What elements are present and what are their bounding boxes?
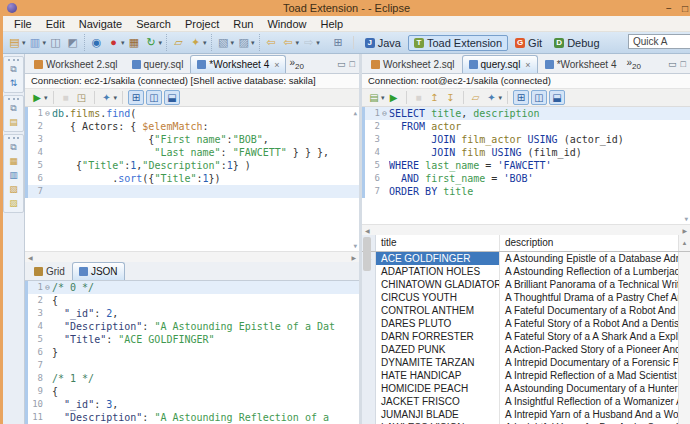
cell-description[interactable]: A Intrepid Reflection of a Mad Scientist… (500, 369, 678, 382)
execute-script-dropdown-icon[interactable]: ▾ (44, 94, 48, 102)
maximize-view-icon[interactable]: □ (681, 59, 686, 69)
cell-title[interactable]: DYNAMITE TARZAN (376, 356, 500, 369)
json-results-view[interactable]: ▲ 1⊖/* 0 */2{3 "_id": 2,4 "Description":… (25, 281, 359, 424)
refresh-icon[interactable]: ↻ (144, 35, 159, 50)
toggle-layout-icon[interactable]: ⬓ (164, 90, 180, 105)
grid-vscrollbar[interactable] (678, 291, 690, 304)
run-dropdown-icon[interactable]: ▾ (121, 39, 125, 47)
scroll-left-icon[interactable]: ◀ (28, 254, 33, 261)
open-perspective-icon[interactable]: ⊞ (331, 35, 346, 50)
scroll-right-icon[interactable]: ▶ (351, 254, 356, 261)
back-history-dropdown-icon[interactable]: ▾ (296, 39, 300, 47)
tab-querysql[interactable]: query.sql (125, 55, 191, 73)
cell-title[interactable]: HATE HANDICAP (376, 369, 500, 382)
restore-view-icon[interactable]: ⧉ (7, 141, 20, 154)
search-dropdown-icon[interactable]: ▾ (203, 39, 207, 47)
properties-view-icon[interactable]: ▨ (7, 197, 20, 210)
annotations-icon[interactable]: ▧ (216, 35, 231, 50)
restore-view-icon[interactable]: ⧉ (7, 63, 20, 76)
toggle-layout-icon[interactable]: ⬓ (549, 90, 565, 105)
cell-title[interactable]: DAZED PUNK (376, 343, 500, 356)
grid-vscrollbar[interactable] (678, 382, 690, 395)
forward-dropdown-icon[interactable]: ▾ (316, 39, 320, 47)
drag-handle-icon[interactable] (8, 59, 19, 61)
left-editor-hscrollbar[interactable]: ◀ ▶ (25, 251, 359, 262)
scroll-up-icon[interactable]: ▲ (678, 235, 690, 251)
drag-handle-icon[interactable] (8, 137, 19, 139)
perspective-debug[interactable]: DDebug (549, 36, 604, 50)
save-all-icon[interactable]: ◩ (65, 35, 80, 50)
new-file-dropdown-icon[interactable]: ▾ (22, 39, 26, 47)
scroll-right-icon[interactable]: ▶ (682, 227, 687, 234)
menu-edit[interactable]: Edit (39, 18, 72, 30)
open-resource-icon[interactable]: ▱ (171, 35, 186, 50)
back-history-icon[interactable]: ⇦ (281, 35, 296, 50)
tab-worksheet-2sql[interactable]: Worksheet 2.sql (364, 55, 462, 73)
project-explorer-icon[interactable]: ▦ (7, 155, 20, 168)
grid-vscrollbar[interactable] (678, 408, 690, 421)
restore-view-icon[interactable]: ⧉ (7, 102, 20, 115)
back-icon[interactable]: ⇦ (264, 35, 279, 50)
tab-overflow-chevron[interactable]: »20 (289, 57, 303, 71)
perspective-git[interactable]: GGit (510, 36, 547, 50)
outline-view-icon[interactable]: ▧ (7, 183, 20, 196)
toggle-editor-icon[interactable]: ◫ (146, 90, 162, 105)
cell-description[interactable]: A Fateful Story of a A Shark And a Explo… (500, 330, 678, 343)
rollback-icon[interactable]: ↧ (444, 91, 458, 105)
new-file-icon[interactable]: ▤ (7, 35, 22, 50)
grid-vscrollbar[interactable] (678, 317, 690, 330)
tab-overflow-chevron[interactable]: »20 (626, 57, 640, 71)
scroll-down-icon[interactable]: ▼ (684, 215, 688, 222)
menu-search[interactable]: Search (129, 18, 178, 30)
grid-vscrollbar[interactable] (678, 369, 690, 382)
column-header-title[interactable]: title (376, 235, 500, 251)
tab-querysql[interactable]: query.sql× (462, 55, 538, 73)
drag-handle-icon[interactable] (8, 98, 19, 100)
next-annotation-dropdown-icon[interactable]: ▾ (251, 39, 255, 47)
tab-worksheet-4[interactable]: *Worksheet 4 (538, 55, 624, 73)
cell-description[interactable]: A Thoughtful Drama of a Pastry Chef And … (500, 291, 678, 304)
stop-icon[interactable]: ■ (412, 91, 426, 105)
grid-vscrollbar[interactable] (678, 330, 690, 343)
grid-vscrollbar[interactable] (678, 278, 690, 291)
cell-title[interactable]: ACE GOLDFINGER (376, 252, 500, 265)
execute-script-icon[interactable]: ▶ (30, 91, 44, 105)
stop-icon[interactable]: ■ (59, 91, 73, 105)
cell-description[interactable]: A Brilliant Panorama of a Technical Writ… (500, 278, 678, 291)
grid-vscrollbar[interactable] (678, 252, 690, 265)
cell-title[interactable]: JACKET FRISCO (376, 395, 500, 408)
cell-title[interactable]: CIRCUS YOUTH (376, 291, 500, 304)
perspective-java[interactable]: JJava (360, 36, 406, 50)
refresh-dropdown-icon[interactable]: ▾ (159, 39, 163, 47)
cell-title[interactable]: ADAPTATION HOLES (376, 265, 500, 278)
database-explorer-icon[interactable]: ▤ (7, 116, 20, 129)
cell-title[interactable]: HOMICIDE PEACH (376, 382, 500, 395)
cell-title[interactable]: JUMANJI BLADE (376, 408, 500, 421)
toggle-grid-icon[interactable]: ⊞ (513, 90, 529, 105)
cell-description[interactable]: A Astounding Documentary of a Hunter And… (500, 382, 678, 395)
column-header-description[interactable]: description (500, 235, 678, 251)
grid-scroll-thumb[interactable] (363, 237, 371, 271)
tab-worksheet-4[interactable]: *Worksheet 4× (190, 55, 286, 73)
minimize-view-icon[interactable]: ▭ (668, 59, 677, 69)
cell-description[interactable]: A Fateful Documentary of a Robot And a S… (500, 304, 678, 317)
load-file-icon[interactable]: ▱ (469, 91, 483, 105)
search-icon[interactable]: ✦ (188, 35, 203, 50)
menu-help[interactable]: Help (314, 18, 351, 30)
menu-navigate[interactable]: Navigate (72, 18, 129, 30)
tab-worksheet-2sql[interactable]: Worksheet 2.sql (27, 55, 125, 73)
tab-close-icon[interactable]: × (274, 60, 279, 70)
scroll-left-icon[interactable]: ◀ (365, 227, 370, 234)
cell-title[interactable]: DARES PLUTO (376, 317, 500, 330)
explain-plan-dropdown-icon[interactable]: ▾ (499, 94, 503, 102)
new-package-icon[interactable]: ▦ (127, 35, 142, 50)
new-toad-file-icon[interactable]: ▥ (28, 35, 43, 50)
cell-description[interactable]: A Intrepid Yarn of a Husband And a Woman… (500, 408, 678, 421)
perspective-toad-extension[interactable]: TToad Extension (408, 35, 508, 51)
cell-title[interactable]: CONTROL ANTHEM (376, 304, 500, 317)
execute-statement-icon[interactable]: ▶ (387, 91, 401, 105)
toggle-grid-icon[interactable]: ⊞ (128, 90, 144, 105)
annotations-dropdown-icon[interactable]: ▾ (231, 39, 235, 47)
menu-window[interactable]: Window (260, 18, 313, 30)
save-icon[interactable]: ◫ (48, 35, 63, 50)
